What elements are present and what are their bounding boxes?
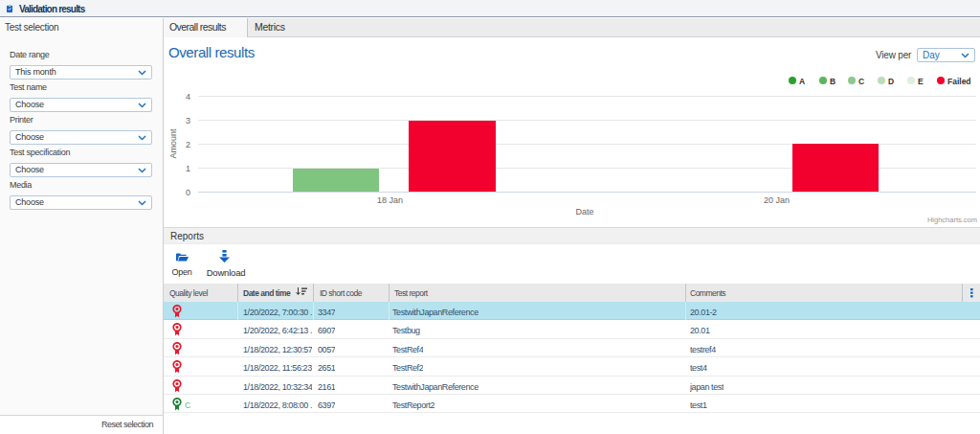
svg-text:1: 1 (186, 164, 190, 173)
svg-text:18 Jan: 18 Jan (377, 195, 403, 205)
svg-text:0: 0 (186, 188, 190, 197)
svg-text:B: B (830, 77, 835, 86)
svg-text:2: 2 (186, 140, 190, 149)
svg-text:Highcharts.com: Highcharts.com (927, 216, 977, 224)
svg-text:D: D (888, 77, 894, 86)
svg-text:E: E (918, 77, 924, 86)
svg-text:3: 3 (186, 116, 190, 126)
svg-text:C: C (858, 77, 864, 86)
svg-text:4: 4 (186, 92, 190, 102)
svg-text:Failed: Failed (947, 77, 971, 86)
svg-text:Date: Date (575, 207, 593, 217)
svg-text:A: A (799, 77, 805, 86)
svg-text:Amount: Amount (168, 128, 178, 159)
svg-text:20 Jan: 20 Jan (764, 195, 790, 205)
